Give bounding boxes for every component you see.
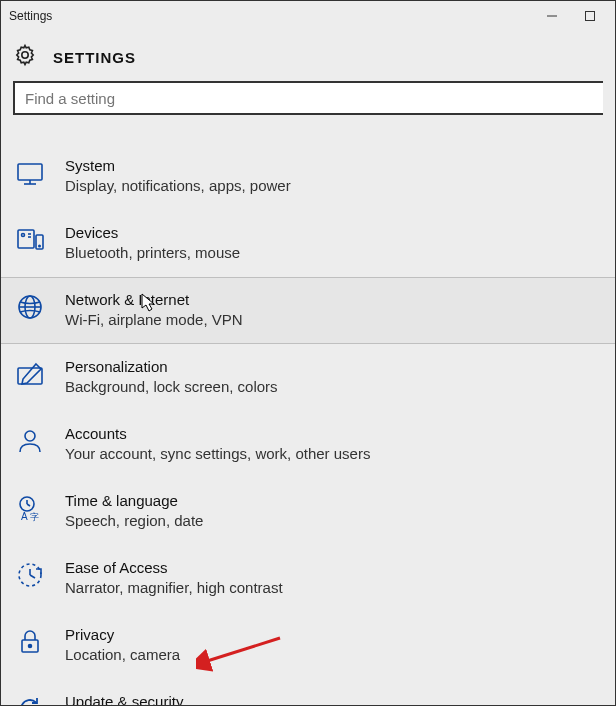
category-update-security[interactable]: Update & security Windows Update, recove…	[1, 679, 615, 706]
category-time-language[interactable]: A 字 Time & language Speech, region, date	[1, 478, 615, 545]
category-list: System Display, notifications, apps, pow…	[1, 143, 615, 706]
category-title: Time & language	[65, 491, 603, 511]
svg-text:字: 字	[30, 512, 39, 522]
svg-rect-1	[586, 12, 595, 21]
category-personalization[interactable]: Personalization Background, lock screen,…	[1, 344, 615, 411]
svg-point-2	[22, 52, 28, 58]
category-title: Devices	[65, 223, 603, 243]
search-box[interactable]	[13, 81, 603, 115]
category-desc: Location, camera	[65, 645, 603, 665]
ease-of-access-icon	[15, 560, 45, 590]
system-icon	[15, 158, 45, 188]
svg-point-26	[29, 645, 32, 648]
minimize-icon	[547, 11, 557, 21]
category-desc: Narrator, magnifier, high contrast	[65, 578, 603, 598]
window-title: Settings	[7, 9, 533, 23]
category-accounts[interactable]: Accounts Your account, sync settings, wo…	[1, 411, 615, 478]
network-icon	[15, 292, 45, 322]
category-title: Network & Internet	[65, 290, 603, 310]
time-language-icon: A 字	[15, 493, 45, 523]
category-desc: Speech, region, date	[65, 511, 603, 531]
category-desc: Your account, sync settings, work, other…	[65, 444, 603, 464]
category-network[interactable]: Network & Internet Wi-Fi, airplane mode,…	[1, 277, 615, 344]
settings-gear-icon	[13, 43, 39, 71]
svg-point-11	[39, 245, 40, 246]
category-title: System	[65, 156, 603, 176]
category-desc: Wi-Fi, airplane mode, VPN	[65, 310, 603, 330]
category-title: Update & security	[65, 692, 603, 706]
personalization-icon	[15, 359, 45, 389]
accounts-icon	[15, 426, 45, 456]
privacy-icon	[15, 627, 45, 657]
category-system[interactable]: System Display, notifications, apps, pow…	[1, 143, 615, 210]
category-desc: Display, notifications, apps, power	[65, 176, 603, 196]
category-devices[interactable]: Devices Bluetooth, printers, mouse	[1, 210, 615, 277]
svg-line-19	[27, 504, 30, 506]
minimize-button[interactable]	[533, 1, 571, 31]
category-title: Accounts	[65, 424, 603, 444]
category-title: Privacy	[65, 625, 603, 645]
update-security-icon	[15, 694, 45, 706]
page-title: SETTINGS	[53, 49, 136, 66]
svg-text:A: A	[21, 511, 28, 522]
maximize-icon	[585, 11, 595, 21]
svg-point-16	[25, 431, 35, 441]
category-title: Ease of Access	[65, 558, 603, 578]
category-ease-of-access[interactable]: Ease of Access Narrator, magnifier, high…	[1, 545, 615, 612]
titlebar: Settings	[1, 1, 615, 31]
category-privacy[interactable]: Privacy Location, camera	[1, 612, 615, 679]
header: SETTINGS	[1, 31, 615, 81]
svg-point-7	[22, 234, 25, 237]
window-controls	[533, 1, 609, 31]
search-input[interactable]	[25, 90, 593, 107]
svg-rect-6	[18, 230, 34, 248]
svg-rect-3	[18, 164, 42, 180]
category-desc: Background, lock screen, colors	[65, 377, 603, 397]
category-desc: Bluetooth, printers, mouse	[65, 243, 603, 263]
maximize-button[interactable]	[571, 1, 609, 31]
svg-line-24	[30, 575, 35, 578]
devices-icon	[15, 225, 45, 255]
category-title: Personalization	[65, 357, 603, 377]
